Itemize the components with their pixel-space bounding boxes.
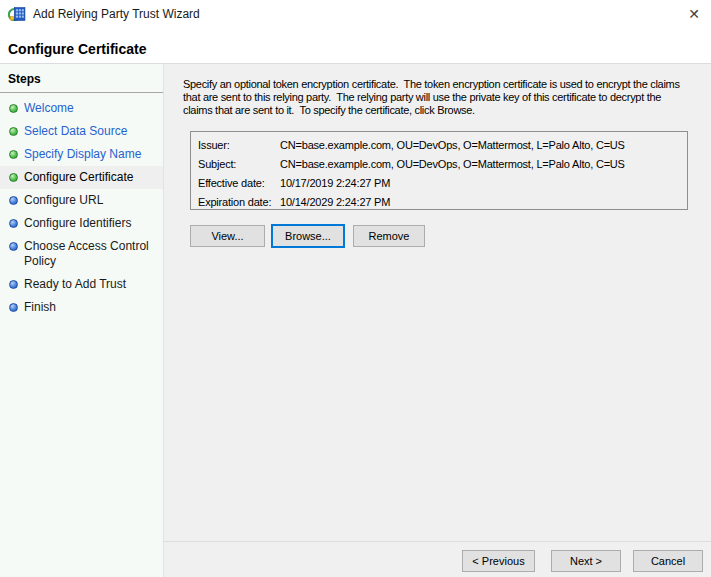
previous-button[interactable]: < Previous (462, 550, 535, 572)
footer-divider (164, 541, 711, 542)
description-line: that are sent to this relying party. The… (183, 91, 680, 104)
close-icon[interactable]: ✕ (683, 3, 705, 25)
step-todo-bullet-icon (9, 242, 18, 251)
step-label: Configure Certificate (24, 170, 133, 184)
steps-sidebar: Steps Welcome Select Data Source Specify… (0, 64, 164, 577)
expiration-date-value: 10/14/2029 2:24:27 PM (280, 196, 680, 208)
step-todo-bullet-icon (9, 196, 18, 205)
steps-heading: Steps (0, 64, 163, 93)
sidebar-step-welcome[interactable]: Welcome (0, 97, 163, 120)
step-todo-bullet-icon (9, 303, 18, 312)
next-button[interactable]: Next > (551, 550, 621, 572)
step-current-bullet-icon (9, 173, 18, 182)
certificate-subject-row: Subject: CN=base.example.com, OU=DevOps,… (191, 154, 687, 173)
wizard-window: Add Relying Party Trust Wizard ✕ Configu… (0, 0, 711, 577)
expiration-date-label: Expiration date: (198, 196, 280, 208)
subject-label: Subject: (198, 158, 280, 170)
step-todo-bullet-icon (9, 219, 18, 228)
sidebar-step-choose-access-control-policy: Choose Access Control Policy (0, 235, 163, 273)
issuer-value: CN=base.example.com, OU=DevOps, O=Matter… (280, 139, 680, 151)
sidebar-step-finish: Finish (0, 296, 163, 319)
certificate-expiration-date-row: Expiration date: 10/14/2029 2:24:27 PM (191, 192, 687, 211)
certificate-details-panel: Issuer: CN=base.example.com, OU=DevOps, … (190, 131, 688, 210)
sidebar-step-select-data-source[interactable]: Select Data Source (0, 120, 163, 143)
step-done-bullet-icon (9, 127, 18, 136)
sidebar-step-configure-url: Configure URL (0, 189, 163, 212)
certificate-issuer-row: Issuer: CN=base.example.com, OU=DevOps, … (191, 135, 687, 154)
sidebar-step-specify-display-name[interactable]: Specify Display Name (0, 143, 163, 166)
description-line: Specify an optional token encryption cer… (183, 78, 680, 91)
view-button[interactable]: View... (190, 225, 265, 247)
step-done-bullet-icon (9, 104, 18, 113)
step-todo-bullet-icon (9, 280, 18, 289)
step-label: Configure URL (24, 193, 103, 207)
step-done-bullet-icon (9, 150, 18, 159)
effective-date-value: 10/17/2019 2:24:27 PM (280, 177, 680, 189)
step-label: Specify Display Name (24, 147, 141, 161)
sidebar-step-configure-certificate: Configure Certificate (0, 166, 163, 189)
window-title: Add Relying Party Trust Wizard (33, 7, 200, 21)
issuer-label: Issuer: (198, 139, 280, 151)
main-content: Specify an optional token encryption cer… (164, 64, 711, 577)
description-line: claims that are sent to it. To specify t… (183, 104, 680, 117)
step-label: Ready to Add Trust (24, 277, 126, 291)
step-label: Finish (24, 300, 56, 314)
sidebar-step-ready-to-add-trust: Ready to Add Trust (0, 273, 163, 296)
page-description: Specify an optional token encryption cer… (183, 78, 680, 117)
step-label: Select Data Source (24, 124, 127, 138)
relying-party-trust-wizard-icon (8, 5, 26, 23)
step-label: Welcome (24, 101, 74, 115)
steps-list: Welcome Select Data Source Specify Displ… (0, 97, 163, 319)
title-bar: Add Relying Party Trust Wizard ✕ (0, 0, 711, 28)
step-label: Configure Identifiers (24, 216, 131, 230)
cancel-button[interactable]: Cancel (633, 550, 703, 572)
page-title: Configure Certificate (8, 41, 146, 57)
effective-date-label: Effective date: (198, 177, 280, 189)
remove-button[interactable]: Remove (353, 225, 425, 247)
subject-value: CN=base.example.com, OU=DevOps, O=Matter… (280, 158, 680, 170)
step-label: Choose Access Control Policy (24, 239, 149, 268)
certificate-effective-date-row: Effective date: 10/17/2019 2:24:27 PM (191, 173, 687, 192)
browse-button[interactable]: Browse... (271, 224, 345, 248)
sidebar-step-configure-identifiers: Configure Identifiers (0, 212, 163, 235)
